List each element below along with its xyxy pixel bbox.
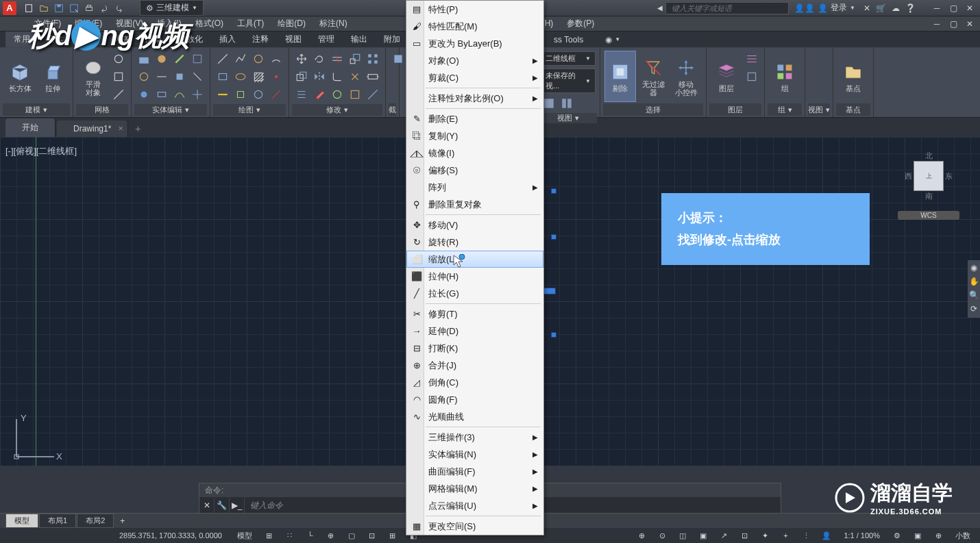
menu-view[interactable]: 视图(V) xyxy=(109,16,150,31)
add-layout-button[interactable]: + xyxy=(114,515,130,527)
tool-icon[interactable] xyxy=(154,68,170,85)
tool-icon[interactable]: ▣ xyxy=(910,529,925,542)
tool-icon[interactable]: ⊙ xyxy=(654,529,670,542)
tool-icon[interactable] xyxy=(329,86,345,103)
ctx-bylayer[interactable]: ▭更改为 ByLayer(B) xyxy=(406,35,543,52)
exchange-icon[interactable]: ✕ xyxy=(863,3,870,13)
group-button[interactable]: 组 xyxy=(769,51,800,102)
circle-icon[interactable] xyxy=(250,51,267,67)
base-button[interactable]: 基点 xyxy=(837,51,869,102)
ctx-stretch[interactable]: ⬛拉伸(H) xyxy=(406,268,543,285)
workspace-dropdown[interactable]: 三维建模 ▼ xyxy=(140,0,204,16)
ctx-solid-edit[interactable]: 实体编辑(N)▶ xyxy=(406,446,543,463)
tool-icon[interactable]: ⊡ xyxy=(737,529,752,542)
grip[interactable] xyxy=(551,332,556,338)
units-dropdown[interactable]: 小数 xyxy=(951,531,975,541)
erase-icon[interactable] xyxy=(311,86,328,103)
ctx-delete-dup[interactable]: ⚲删除重复对象 xyxy=(406,196,543,213)
ctx-properties[interactable]: ▤特性(P) xyxy=(406,1,543,18)
ctx-fillet[interactable]: ◠圆角(F) xyxy=(406,391,543,408)
rect-icon[interactable] xyxy=(215,68,231,85)
subtract-button[interactable]: 剔除 xyxy=(604,51,636,102)
close-icon[interactable]: ✕ xyxy=(199,498,215,513)
tool-icon[interactable] xyxy=(154,51,170,67)
tab-drawing[interactable]: Drawing1* ✕ xyxy=(57,121,128,137)
ribbon-tab-output[interactable]: 输出 xyxy=(343,31,376,47)
ctx-object[interactable]: 对象(O)▶ xyxy=(406,52,543,69)
ctx-mesh-edit[interactable]: 网格编辑(M)▶ xyxy=(406,480,543,497)
ctx-match-props[interactable]: 🖌特性匹配(M) xyxy=(406,18,543,35)
layer-tool-icon[interactable] xyxy=(744,68,760,85)
snap-icon[interactable]: ∷ xyxy=(282,529,297,542)
cmd-prompt-icon[interactable]: ▶_ xyxy=(230,498,245,513)
ellipse-icon[interactable] xyxy=(232,68,249,85)
minimize-button[interactable]: ─ xyxy=(929,2,944,14)
layout-tab-2[interactable]: 布局2 xyxy=(77,514,114,528)
tab-start[interactable]: 开始 xyxy=(5,118,56,137)
explode-icon[interactable] xyxy=(347,68,363,85)
view-preset-dropdown[interactable]: 未保存的视...▼ xyxy=(541,68,596,93)
polyline-icon[interactable] xyxy=(232,51,249,67)
tool-icon[interactable]: ↗ xyxy=(716,529,731,542)
menu-insert[interactable]: 插入(I) xyxy=(150,16,188,31)
ctx-extend[interactable]: →延伸(D) xyxy=(406,323,543,340)
tool-icon[interactable]: ✦ xyxy=(757,529,772,542)
ortho-icon[interactable]: └ xyxy=(303,529,318,542)
offset-icon[interactable] xyxy=(293,86,310,103)
saveas-icon[interactable] xyxy=(67,2,81,14)
ribbon-tab-express[interactable]: ss Tools xyxy=(546,33,591,47)
tool-icon[interactable]: ⊞ xyxy=(385,529,400,542)
open-icon[interactable] xyxy=(37,2,51,14)
move-gizmo-button[interactable]: 移动 小控件 xyxy=(670,51,702,102)
tool-icon[interactable] xyxy=(189,86,206,103)
login-button[interactable]: 👤👤 👤 登录 ▼ xyxy=(794,2,855,14)
ctx-change-space[interactable]: ▦更改空间(S) xyxy=(406,518,543,535)
mirror-icon[interactable] xyxy=(311,68,328,85)
ctx-surface-edit[interactable]: 曲面编辑(F)▶ xyxy=(406,463,543,480)
tool-icon[interactable] xyxy=(215,86,231,103)
ctx-offset[interactable]: ⦾偏移(S) xyxy=(406,162,543,179)
polar-icon[interactable]: ⊕ xyxy=(323,529,339,542)
extrude-button[interactable]: 拉伸 xyxy=(37,51,69,102)
ctx-break[interactable]: ⊟打断(K) xyxy=(406,340,543,357)
orbit-icon[interactable]: ⟳ xyxy=(969,304,979,315)
ribbon-tab-parametric[interactable]: 参数化 xyxy=(170,31,211,47)
tool-icon[interactable]: ⊡ xyxy=(365,529,380,542)
ribbon-tab-home[interactable]: 常用 xyxy=(5,31,38,47)
search-input[interactable] xyxy=(665,2,789,14)
ctx-annot-scale[interactable]: 注释性对象比例(O)▶ xyxy=(406,90,543,107)
tool-icon[interactable] xyxy=(559,95,575,112)
ctx-erase[interactable]: ✎删除(E) xyxy=(406,110,543,127)
mesh-tool-2[interactable] xyxy=(110,68,127,85)
maximize-button[interactable]: ▢ xyxy=(946,2,961,14)
stretch-icon[interactable] xyxy=(365,68,381,85)
tool-icon[interactable] xyxy=(136,51,152,67)
layout-tab-model[interactable]: 模型 xyxy=(5,514,38,528)
tool-icon[interactable] xyxy=(189,68,206,85)
tool-icon[interactable] xyxy=(189,51,206,67)
menu-format[interactable]: 格式(O) xyxy=(188,16,230,31)
tool-icon[interactable] xyxy=(136,68,152,85)
menu-parametric[interactable]: 参数(P) xyxy=(560,16,601,31)
help-icon[interactable]: ❔ xyxy=(905,3,916,13)
tool-icon[interactable] xyxy=(171,86,188,103)
ribbon-tab-view[interactable]: 视图 xyxy=(277,31,310,47)
line-icon[interactable] xyxy=(215,51,231,67)
array-icon[interactable] xyxy=(365,51,381,67)
gear-icon[interactable]: ⚙ xyxy=(890,529,905,542)
grip[interactable] xyxy=(551,188,556,194)
visual-style-dropdown[interactable]: 二维线框▼ xyxy=(541,51,596,66)
scale-dropdown[interactable]: 1:1 / 100% xyxy=(840,531,884,540)
tool-icon[interactable]: ⋮ xyxy=(798,529,813,542)
tool-icon[interactable] xyxy=(136,86,152,103)
view-cube[interactable]: 北 西 上 东 南 WCS xyxy=(898,151,959,247)
ribbon-tab-insert[interactable]: 插入 xyxy=(211,31,244,47)
tool-icon[interactable]: ⊕ xyxy=(634,529,649,542)
ctx-trim[interactable]: ✂修剪(T) xyxy=(406,305,543,323)
tool-icon[interactable]: + xyxy=(778,529,793,542)
ctx-lengthen[interactable]: ╱拉长(G) xyxy=(406,285,543,302)
ribbon-tab-render[interactable]: 渲染 xyxy=(137,31,170,47)
save-icon[interactable] xyxy=(52,2,66,14)
grid-icon[interactable]: ⊞ xyxy=(262,529,277,542)
ctx-join[interactable]: ⊕合并(J) xyxy=(406,357,543,374)
